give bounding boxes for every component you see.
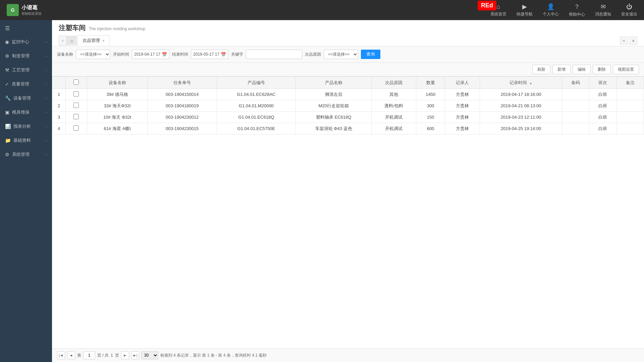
table-row[interactable]: 4 61# 海星 A蝶t 003-1904230015 G1.04.01.EC5… [52,123,644,134]
start-time-value: 2019-04-17 17 [134,52,160,57]
home-icon: ⌂ [497,3,500,10]
end-time-input[interactable]: 2019-05-17 17 📅 [191,50,228,59]
cell-barcode-0 [562,89,589,100]
monitor-chevron: › [46,40,47,44]
col-record-time: 记录时间 ▲ [480,77,562,89]
cell-task-0: 003-1904150014 [148,89,217,100]
equipment-chevron: › [46,97,47,100]
page-input[interactable]: 1 [83,351,95,359]
page-label: 第 [77,353,81,358]
page-header: 注塑车间 The injection molding workshop ‹ ⌂ … [52,20,644,46]
query-button[interactable]: 查询 [361,50,380,59]
delete-button[interactable]: 删除 [593,65,611,74]
tab-close-icon[interactable]: ✕ [102,39,105,43]
page-next-btn[interactable]: ► [121,351,129,359]
top-header: G 小谱葛 智能制造系统 ⌂系统首页▶快捷导航👤个人中心？帮助中心✉消息通知⏻安… [0,0,644,20]
view-settings-button[interactable]: 视图设置 [613,65,639,74]
mould-icon: ▣ [5,110,9,115]
cell-recorder-3: 方贵林 [445,123,480,134]
sidebar-label-equipment: 设备管理 [13,95,31,101]
row-checkbox-2[interactable] [73,114,79,119]
sidebar-label-process: 工艺管理 [12,67,30,73]
tab-collapse-btn[interactable]: ∧ [629,37,637,45]
logout-label: 安全退出 [621,11,637,17]
quality-icon: ✓ [5,81,9,87]
cell-defect-reason-2: 开机调试 [372,112,416,123]
cell-remark-0 [616,89,644,100]
cell-shift-0: 白班 [589,89,616,100]
tab-defect-management[interactable]: 次品管理 ✕ [77,35,110,46]
sidebar-item-process[interactable]: ⚒ 工艺管理 › [0,63,52,77]
page-last-btn[interactable]: ►| [131,351,139,359]
tab-expand-btn[interactable]: » [620,37,628,45]
manufacture-chevron: › [46,54,47,58]
edit-button[interactable]: 编辑 [573,65,591,74]
cell-device-0: 39# 德马格 [87,89,147,100]
sidebar-item-system[interactable]: ⚙ 系统管理 › [0,147,52,162]
sidebar-item-equipment[interactable]: 🔧 设备管理 › [0,91,52,105]
sidebar-item-mould[interactable]: ▣ 模具维保 › [0,105,52,119]
sidebar-item-monitor[interactable]: ◉ 监控中心 › [0,35,52,49]
add-button[interactable]: 新增 [552,65,571,74]
cell-checkbox-3[interactable] [66,123,87,134]
tab-nav-left[interactable]: ‹ [59,36,67,46]
help-icon: ？ [574,3,580,11]
row-checkbox-0[interactable] [73,91,79,97]
cell-checkbox-2[interactable] [66,112,87,123]
tab-label: 次品管理 [83,38,100,44]
sidebar-toggle[interactable]: ☰ [0,22,52,35]
help-label: 帮助中心 [569,12,585,17]
select-all-checkbox[interactable] [73,79,79,85]
sidebar-item-left-report: 📊 报表分析 [5,123,31,129]
tab-home[interactable]: ⌂ [67,36,77,45]
top-nav-help[interactable]: ？帮助中心 [569,3,585,17]
start-time-input[interactable]: 2019-04-17 17 📅 [132,50,169,59]
cell-recorder-1: 方贵林 [445,100,480,112]
cell-shift-3: 白班 [589,123,616,134]
row-checkbox-1[interactable] [73,103,79,108]
page-prev-btn[interactable]: ◄ [67,351,75,359]
row-checkbox-3[interactable] [73,125,79,131]
refresh-button[interactable]: 刷新 [532,65,550,74]
table-row[interactable]: 2 33# 海天Φ32t 003-1904180019 G1.04.01.M20… [52,100,644,112]
sidebar-item-report[interactable]: 📊 报表分析 › [0,119,52,133]
sidebar-item-manufacture[interactable]: ⚙ 制造管理 › [0,49,52,63]
table-row[interactable]: 1 39# 德马格 003-1904150014 G1.04.01.EC628A… [52,89,644,100]
top-nav-logout[interactable]: ⏻安全退出 [621,3,637,17]
content-area: 注塑车间 The injection molding workshop ‹ ⌂ … [52,20,644,362]
top-nav: ⌂系统首页▶快捷导航👤个人中心？帮助中心✉消息通知⏻安全退出 [490,3,637,17]
keyword-input[interactable] [246,50,302,59]
cell-product-code-2: G1.04.01.EC618Q [217,112,296,123]
cell-checkbox-0[interactable] [66,89,87,100]
start-time-calendar-icon[interactable]: 📅 [162,52,167,57]
cell-checkbox-1[interactable] [66,100,87,112]
end-time-calendar-icon[interactable]: 📅 [221,52,226,57]
top-nav-message[interactable]: ✉消息通知 [595,3,611,17]
cell-recorder-0: 方贵林 [445,89,480,100]
sidebar-item-quality[interactable]: ✓ 质量管理 › [0,77,52,91]
cell-seq-2: 3 [52,112,66,123]
cell-product-name-2: 塑料轴承 EC618Q [296,112,372,123]
cell-task-1: 003-1904180019 [148,100,217,112]
top-nav-shortcut[interactable]: ▶快捷导航 [517,3,533,17]
cell-record-time-2: 2019-04-23 12:11:00 [480,112,562,123]
pagination-info: 检索到 4 条记录，显示 第 1 条 - 第 4 条，查询耗时 4.1 毫秒 [160,353,267,358]
table-row[interactable]: 3 10# 海天 Φ32t 003-1904230012 G1.04.01.EC… [52,112,644,123]
page-first-btn[interactable]: |◄ [57,351,65,359]
sidebar-label-monitor: 监控中心 [12,39,29,45]
cell-remark-2 [616,112,644,123]
col-remark: 备注 [616,77,644,89]
col-quantity: 数量 [416,77,445,89]
red-badge: REd [478,1,496,10]
cell-record-time-3: 2019-04-25 19:14:00 [480,123,562,134]
page-size-select[interactable]: 30 50 100 [141,351,158,359]
device-name-select[interactable]: ==请选择== [76,50,110,59]
top-nav-personal[interactable]: 👤个人中心 [543,3,559,17]
defect-reason-select[interactable]: ==请选择== [324,50,358,59]
basic-icon: 📁 [5,138,11,143]
sidebar-item-basic[interactable]: 📁 基础资料 › [0,133,52,147]
shortcut-label: 快捷导航 [517,11,533,17]
sort-icon[interactable]: ▲ [529,81,532,85]
sidebar-item-left-equipment: 🔧 设备管理 [5,95,31,101]
sidebar-item-left-process: ⚒ 工艺管理 [5,67,30,73]
